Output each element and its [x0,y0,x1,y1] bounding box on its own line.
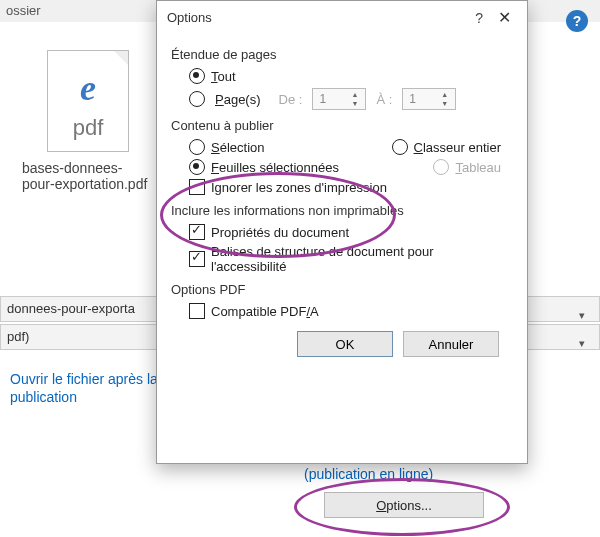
help-icon[interactable]: ? [475,1,483,35]
radio-icon[interactable] [189,159,205,175]
edge-icon: e [80,67,96,109]
from-label: De : [279,92,303,107]
radio-pages[interactable]: Page(s) De : 1▲▼ À : 1▲▼ [189,88,511,110]
header-text: ossier [6,3,41,18]
to-field: 1▲▼ [402,88,456,110]
publish-online-hint: (publication en ligne) [304,466,433,482]
section-nonprintable: Inclure les informations non imprimables [171,203,511,218]
chevron-down-icon[interactable]: ▾ [579,331,593,345]
close-icon[interactable]: ✕ [489,1,519,35]
cancel-button[interactable]: Annuler [403,331,499,357]
radio-selected-sheets[interactable]: Feuilles sélectionnées [189,159,339,175]
check-pdfa[interactable]: Compatible PDF/A [189,303,511,319]
help-icon[interactable]: ? [566,10,588,32]
radio-icon[interactable] [189,91,205,107]
radio-workbook[interactable]: Classeur entier [392,139,501,155]
to-label: À : [376,92,392,107]
radio-all[interactable]: Tout [189,68,511,84]
radio-icon[interactable] [189,68,205,84]
file-thumbnail[interactable]: e pdf bases-donnees-pour-exportation.pdf [18,50,158,192]
from-field: 1▲▼ [312,88,366,110]
file-ext-label: pdf [48,115,128,141]
checkbox-icon[interactable] [189,303,205,319]
dialog-options: Options ? ✕ Étendue de pages Tout Page(s… [156,0,528,464]
radio-table: Tableau [433,159,501,175]
file-icon: e pdf [47,50,129,152]
dialog-titlebar: Options ? ✕ [157,1,527,35]
checkbox-icon[interactable] [189,251,205,267]
filename-value: donnees-pour-exporta [7,301,135,316]
section-pdf-options: Options PDF [171,282,511,297]
radio-selection[interactable]: Sélection [189,139,264,155]
check-doc-properties[interactable]: Propriétés du document [189,224,511,240]
check-accessibility-tags[interactable]: Balises de structure de document pour l'… [189,244,511,274]
section-content: Contenu à publier [171,118,511,133]
chevron-down-icon[interactable]: ▾ [579,303,593,317]
section-page-range: Étendue de pages [171,47,511,62]
checkbox-icon[interactable] [189,179,205,195]
open-after-publish-link[interactable]: Ouvrir le fichier après la publication [10,370,160,406]
check-ignore-print-areas[interactable]: Ignorer les zones d'impression [189,179,511,195]
page-fold-icon [114,51,128,65]
file-caption: bases-donnees-pour-exportation.pdf [18,160,158,192]
checkbox-icon[interactable] [189,224,205,240]
radio-icon[interactable] [392,139,408,155]
radio-icon[interactable] [189,139,205,155]
stepper-icon: ▲▼ [351,90,363,108]
stepper-icon: ▲▼ [441,90,453,108]
ok-button[interactable]: OK [297,331,393,357]
dialog-title: Options [167,10,212,25]
filetype-value: pdf) [7,329,29,344]
radio-icon [433,159,449,175]
options-button[interactable]: Options... [324,492,484,518]
